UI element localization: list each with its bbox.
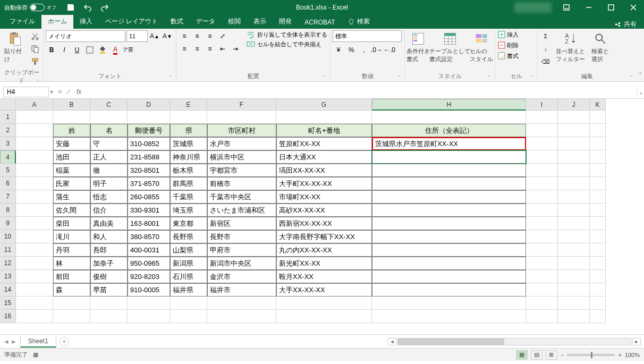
delete-cells-button[interactable]: 削除	[497, 41, 519, 49]
cell-D11[interactable]: 400-0031	[128, 243, 170, 257]
cell-J3[interactable]	[558, 137, 590, 150]
grow-font-button[interactable]: A▲	[149, 30, 160, 42]
cell-G16[interactable]	[276, 310, 372, 323]
cell-D3[interactable]: 310-0852	[128, 137, 170, 150]
row-header-10[interactable]: 10	[0, 230, 16, 243]
row-header-9[interactable]: 9	[0, 217, 16, 230]
cell-A6[interactable]	[16, 177, 53, 190]
cell-styles-button[interactable]: セルの スタイル	[470, 30, 493, 64]
cell-H2[interactable]: 住所（全表記）	[372, 124, 526, 137]
row-header-8[interactable]: 8	[0, 204, 16, 217]
cell-B15[interactable]	[53, 297, 90, 310]
cell-H11[interactable]	[372, 243, 526, 257]
italic-button[interactable]: I	[58, 44, 70, 56]
cell-F5[interactable]: 宇都宮市	[207, 164, 276, 177]
tab-view[interactable]: 表示	[247, 14, 273, 29]
bold-button[interactable]: B	[46, 44, 57, 56]
cell-I5[interactable]	[526, 164, 558, 177]
select-all-corner[interactable]	[0, 99, 16, 111]
cell-G6[interactable]: 大手町XX-XX-XX	[276, 177, 372, 190]
cell-E15[interactable]	[170, 297, 207, 310]
sheet-tab-1[interactable]: Sheet1	[20, 336, 56, 348]
cell-K11[interactable]	[590, 243, 606, 257]
row-header-13[interactable]: 13	[0, 270, 16, 283]
row-header-12[interactable]: 12	[0, 257, 16, 270]
cell-K7[interactable]	[590, 190, 606, 204]
cell-J16[interactable]	[558, 310, 590, 323]
fill-button[interactable]: ↓	[540, 43, 552, 55]
sheet-nav-next[interactable]: ►	[11, 338, 17, 345]
cell-K9[interactable]	[590, 217, 606, 230]
cell-B11[interactable]: 丹羽	[53, 243, 90, 257]
formula-input[interactable]	[83, 87, 637, 97]
sheet-nav-prev[interactable]: ◄	[3, 338, 10, 345]
cell-G12[interactable]: 新光町XX-XX	[276, 257, 372, 270]
cell-A12[interactable]	[16, 257, 53, 270]
cell-D1[interactable]	[128, 111, 170, 124]
cell-E16[interactable]	[170, 310, 207, 323]
row-header-1[interactable]: 1	[0, 111, 16, 124]
accounting-button[interactable]: ¥	[333, 44, 344, 56]
cell-D7[interactable]: 260-0855	[128, 190, 170, 204]
cell-J11[interactable]	[558, 243, 590, 257]
scrollbar-thumb[interactable]	[398, 338, 504, 345]
new-sheet-button[interactable]: +	[60, 337, 69, 346]
cut-button[interactable]	[29, 30, 41, 42]
tab-review[interactable]: 校閲	[222, 14, 247, 29]
cell-A1[interactable]	[16, 111, 53, 124]
column-header-G[interactable]: G	[276, 99, 372, 111]
cell-C7[interactable]: 悟志	[90, 190, 128, 204]
cell-E4[interactable]: 神奈川県	[170, 150, 207, 164]
cell-F11[interactable]: 甲府市	[207, 243, 276, 257]
cell-G11[interactable]: 丸の内XX-XX-XX	[276, 243, 372, 257]
cell-G1[interactable]	[276, 111, 372, 124]
cell-K3[interactable]	[590, 137, 606, 150]
indent-dec-button[interactable]: ⇤	[217, 43, 228, 55]
cell-A7[interactable]	[16, 190, 53, 204]
align-center-button[interactable]: ≡	[191, 43, 203, 55]
tab-dev[interactable]: 開発	[273, 14, 298, 29]
cell-E7[interactable]: 千葉県	[170, 190, 207, 204]
cell-G5[interactable]: 塙田XX-XX-XX	[276, 164, 372, 177]
cell-A10[interactable]	[16, 230, 53, 243]
normal-view-button[interactable]: ▦	[516, 350, 528, 360]
cell-H15[interactable]	[372, 297, 526, 310]
share-button[interactable]: 共有	[614, 20, 637, 29]
cell-I12[interactable]	[526, 257, 558, 270]
cell-J14[interactable]	[558, 283, 590, 297]
cell-I7[interactable]	[526, 190, 558, 204]
insert-cells-button[interactable]: 挿入	[497, 30, 519, 39]
cell-J4[interactable]	[558, 150, 590, 164]
cell-I10[interactable]	[526, 230, 558, 243]
cell-I9[interactable]	[526, 217, 558, 230]
cell-D5[interactable]: 320-8501	[128, 164, 170, 177]
cancel-formula-button[interactable]: ✕	[57, 88, 63, 96]
cell-F6[interactable]: 前橋市	[207, 177, 276, 190]
cell-K4[interactable]	[590, 150, 606, 164]
merge-center-button[interactable]: セルを結合して中央揃え	[247, 40, 327, 48]
cell-J2[interactable]	[558, 124, 590, 137]
zoom-slider[interactable]	[567, 354, 615, 356]
cell-F14[interactable]: 福井市	[207, 283, 276, 297]
cell-E5[interactable]: 栃木県	[170, 164, 207, 177]
zoom-level[interactable]: 100%	[625, 352, 640, 358]
cell-E8[interactable]: 埼玉県	[170, 204, 207, 217]
tab-data[interactable]: データ	[190, 14, 222, 29]
row-header-3[interactable]: 3	[0, 137, 16, 150]
align-middle-button[interactable]: ≡	[191, 30, 203, 42]
macro-record-icon[interactable]: ▦	[33, 351, 38, 358]
cell-A13[interactable]	[16, 270, 53, 283]
cell-F1[interactable]	[207, 111, 276, 124]
cell-J12[interactable]	[558, 257, 590, 270]
cell-F9[interactable]: 新宿区	[207, 217, 276, 230]
cell-K16[interactable]	[590, 310, 606, 323]
cell-F16[interactable]	[207, 310, 276, 323]
cell-K14[interactable]	[590, 283, 606, 297]
cell-C10[interactable]: 和人	[90, 230, 128, 243]
tab-formulas[interactable]: 数式	[164, 14, 190, 29]
cell-J15[interactable]	[558, 297, 590, 310]
cell-D10[interactable]: 380-8570	[128, 230, 170, 243]
format-table-button[interactable]: テーブルとして 書式設定	[431, 30, 468, 64]
format-painter-button[interactable]	[29, 56, 41, 67]
cell-D12[interactable]: 950-0965	[128, 257, 170, 270]
